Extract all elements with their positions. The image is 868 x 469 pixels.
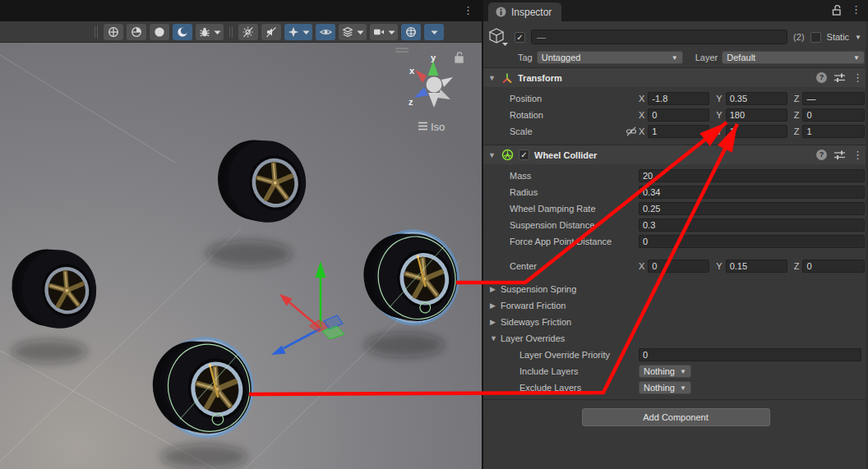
axis-x-label: X — [639, 110, 644, 120]
layer-override-priority-field[interactable]: 0 — [639, 348, 861, 361]
position-x-field[interactable]: -1.8 — [648, 92, 709, 105]
center-z-field[interactable]: 0 — [802, 260, 865, 273]
static-flags-dropdown-caret[interactable]: ▼ — [855, 34, 861, 41]
lock-open-icon[interactable] — [832, 4, 843, 16]
force-app-point-distance-label: Force App Point Distance — [510, 237, 639, 246]
wireframe-mode-button[interactable] — [104, 24, 123, 40]
shaded-wireframe-mode-button[interactable] — [127, 24, 146, 40]
tag-dropdown[interactable]: Untagged ▼ — [537, 51, 683, 64]
inspector-menu-kebab-icon[interactable]: ⋮ — [851, 4, 861, 16]
include-layers-label: Include Layers — [519, 366, 639, 376]
inspector-panel: Inspector ⋮ ✓ — (2) Static ▼ — [482, 0, 868, 469]
presets-icon[interactable] — [834, 72, 845, 83]
foldout-arrow-icon[interactable]: ▼ — [488, 151, 496, 159]
foldout-arrow-icon[interactable]: ▼ — [488, 74, 496, 82]
rotation-x-field[interactable]: 0 — [648, 108, 709, 122]
include-layers-row: Include Layers Nothing ▼ — [483, 363, 865, 379]
wheel-collider-title: Wheel Collider — [534, 150, 597, 160]
gameobject-enabled-checkbox[interactable]: ✓ — [515, 32, 525, 43]
presets-icon[interactable] — [834, 149, 845, 160]
gizmos-toggle-button[interactable] — [401, 24, 421, 40]
axis-z-label: Z — [794, 94, 800, 103]
scene-lighting-toggle[interactable] — [238, 24, 258, 40]
mass-row: Mass 20 — [483, 168, 865, 184]
scale-row: Scale X1 Y1 Z1 — [483, 123, 865, 140]
wheel-shadow — [12, 340, 87, 363]
axis-y-label: Y — [716, 261, 722, 271]
constrain-proportions-link-icon[interactable] — [626, 126, 637, 137]
sideways-friction-foldout[interactable]: ▶ Sideways Friction — [483, 314, 865, 330]
scale-y-field[interactable]: 1 — [726, 125, 787, 138]
wheel-collider-rows: Mass 20 Radius 0.34 Wheel Damping Rate 0… — [483, 164, 868, 396]
scene-camera-dropdown-button[interactable] — [370, 24, 398, 40]
effects-dropdown-button[interactable] — [284, 24, 312, 40]
add-component-button[interactable]: Add Component — [582, 408, 770, 426]
axis-y-label: Y — [716, 110, 722, 120]
wheel-collider-enabled-checkbox[interactable]: ✓ — [519, 149, 529, 160]
position-row: Position X-1.8 Y0.35 Z— — [483, 90, 865, 107]
layer-dropdown[interactable]: Default ▼ — [722, 51, 865, 64]
scene-viewport[interactable]: y x z Iso — [0, 0, 482, 469]
center-x-field[interactable]: 0 — [648, 260, 709, 273]
suspension-distance-field[interactable]: 0.3 — [639, 218, 865, 232]
transform-component-header[interactable]: ▼ Transform ? ⋮ — [483, 67, 868, 87]
axis-z-label: Z — [794, 126, 800, 136]
wheel-damping-rate-field[interactable]: 0.25 — [639, 202, 865, 215]
unity-editor-window: y x z Iso ⋮ — [0, 0, 868, 469]
foldout-arrow-icon: ▼ — [490, 334, 498, 343]
foldout-arrow-icon: ▶ — [490, 318, 498, 326]
suspension-spring-foldout[interactable]: ▶ Suspension Spring — [483, 281, 865, 297]
orientation-x-label: x — [409, 66, 415, 76]
chevron-down-icon: ▼ — [675, 368, 686, 375]
exclude-layers-dropdown[interactable]: Nothing ▼ — [639, 381, 691, 394]
rotation-row: Rotation X0 Y180 Z0 — [483, 107, 865, 123]
scene-visibility-toggle[interactable] — [316, 24, 335, 40]
component-menu-kebab-icon[interactable]: ⋮ — [852, 149, 863, 161]
force-app-point-distance-field[interactable]: 0 — [639, 235, 865, 248]
help-icon[interactable]: ? — [816, 149, 827, 160]
scale-z-field[interactable]: 1 — [802, 125, 865, 138]
grid-layers-dropdown-button[interactable] — [339, 24, 367, 40]
center-y-field[interactable]: 0.15 — [726, 260, 787, 273]
foldout-arrow-icon: ▶ — [490, 301, 498, 310]
debug-draw-modes-button[interactable] — [196, 24, 224, 40]
wheel-collider-component-header[interactable]: ▼ ✓ Wheel Collider ? ⋮ — [483, 145, 868, 164]
center-label: Center — [510, 261, 626, 271]
wheel-shadow — [161, 444, 247, 469]
radius-row: Radius 0.34 — [483, 184, 865, 200]
chevron-down-icon: ▼ — [675, 384, 686, 392]
position-y-field[interactable]: 0.35 — [726, 92, 787, 105]
transform-rows: Position X-1.8 Y0.35 Z— Rotation X0 Y180… — [483, 87, 868, 145]
scale-x-field[interactable]: 1 — [648, 125, 709, 138]
unlit-mode-button[interactable] — [173, 24, 192, 40]
shaded-mode-button[interactable] — [150, 24, 169, 40]
scene-audio-toggle[interactable] — [261, 24, 281, 40]
info-icon — [496, 7, 506, 17]
component-menu-kebab-icon[interactable]: ⋮ — [852, 72, 863, 84]
mass-field[interactable]: 20 — [639, 169, 865, 182]
rotation-z-field[interactable]: 0 — [802, 108, 865, 122]
layer-label: Layer — [695, 53, 718, 62]
center-row: Center X0 Y0.15 Z0 — [483, 258, 865, 274]
projection-label: Iso — [431, 121, 445, 133]
help-icon[interactable]: ? — [816, 72, 827, 83]
static-checkbox[interactable] — [810, 32, 821, 43]
rotation-y-field[interactable]: 180 — [726, 108, 787, 122]
inspector-tab-bar: Inspector ⋮ — [483, 0, 868, 21]
radius-field[interactable]: 0.34 — [639, 186, 865, 199]
include-layers-dropdown[interactable]: Nothing ▼ — [639, 365, 691, 378]
toolbar-separator — [95, 26, 98, 38]
suspension-distance-label: Suspension Distance — [510, 220, 639, 230]
gameobject-name-field[interactable]: — — [531, 30, 787, 44]
include-layers-value: Nothing — [644, 366, 675, 376]
scene-menu-kebab-icon[interactable]: ⋮ — [463, 5, 473, 16]
gameobject-cube-icon[interactable] — [488, 27, 509, 47]
tab-inspector[interactable]: Inspector — [488, 2, 561, 21]
layer-overrides-foldout[interactable]: ▼ Layer Overrides — [483, 330, 865, 347]
forward-friction-foldout[interactable]: ▶ Forward Friction — [483, 297, 865, 314]
gizmos-dropdown-button[interactable] — [424, 24, 444, 40]
position-z-field[interactable]: — — [802, 92, 865, 105]
layer-override-priority-row: Layer Override Priority 0 — [483, 347, 865, 363]
tag-label: Tag — [518, 53, 533, 62]
suspension-distance-row: Suspension Distance 0.3 — [483, 217, 865, 233]
